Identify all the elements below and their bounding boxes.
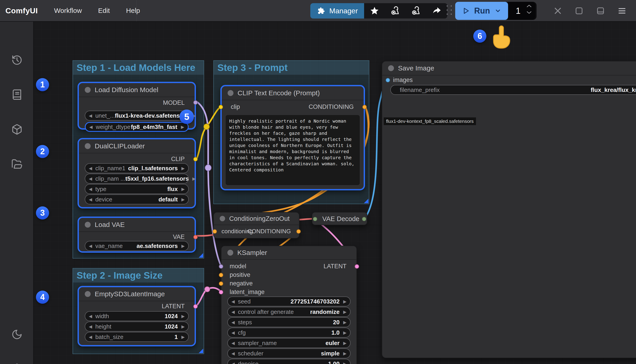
increment-arrow-icon[interactable]: ▶ bbox=[181, 186, 185, 192]
collapse-dot-icon[interactable] bbox=[85, 87, 91, 93]
decrement-arrow-icon[interactable]: ◀ bbox=[89, 166, 92, 171]
increment-arrow-icon[interactable]: ▶ bbox=[192, 176, 196, 181]
decrement-arrow-icon[interactable]: ◀ bbox=[231, 340, 235, 346]
node-load-diffusion-model[interactable]: Load Diffusion Model MODEL ◀ unet_... fl… bbox=[78, 82, 196, 130]
input-slot-negative[interactable] bbox=[219, 281, 223, 286]
output-slot-clip[interactable] bbox=[193, 157, 198, 162]
menu-edit[interactable]: Edit bbox=[98, 7, 110, 14]
widget-sampler-name[interactable]: ◀ sampler_name euler ▶ bbox=[227, 338, 351, 348]
increment-arrow-icon[interactable]: ▶ bbox=[181, 314, 185, 319]
node-ksampler[interactable]: KSampler model positive negative latent_… bbox=[221, 246, 357, 364]
increment-arrow-icon[interactable]: ▶ bbox=[343, 320, 347, 325]
sidebar-item-settings[interactable] bbox=[11, 363, 23, 364]
main-menu-button[interactable] bbox=[616, 6, 627, 16]
collapse-dot-icon[interactable] bbox=[220, 216, 225, 221]
widget-device[interactable]: ◀ device default ▶ bbox=[85, 194, 189, 204]
node-dual-clip-loader[interactable]: DualCLIPLoader CLIP ◀ clip_name1 clip_l.… bbox=[78, 138, 196, 208]
decrement-arrow-icon[interactable]: ◀ bbox=[231, 299, 235, 304]
widget-denoise[interactable]: ◀ denoise 1.00 ▶ bbox=[227, 359, 351, 364]
input-slot[interactable] bbox=[313, 217, 317, 221]
sidebar-item-node-library[interactable] bbox=[11, 89, 23, 100]
input-slot-latent-image[interactable] bbox=[219, 290, 223, 294]
widget-seed[interactable]: ◀ seed 277251746703202 ▶ bbox=[227, 296, 351, 306]
decrement-arrow-icon[interactable]: ◀ bbox=[89, 186, 92, 192]
widget-type[interactable]: ◀ type flux ▶ bbox=[85, 184, 189, 194]
decrement-arrow-icon[interactable]: ◀ bbox=[231, 361, 235, 364]
increment-arrow-icon[interactable]: ▶ bbox=[181, 166, 185, 171]
group-step2-header[interactable]: Step 2 - Image Size bbox=[73, 268, 204, 282]
decrement-arrow-icon[interactable]: ◀ bbox=[89, 324, 92, 329]
increment-arrow-icon[interactable]: ▶ bbox=[181, 124, 184, 130]
favorites-button[interactable] bbox=[364, 3, 385, 18]
decrement-arrow-icon[interactable]: ◀ bbox=[231, 309, 235, 314]
node-title-bar[interactable]: EmptySD3LatentImage bbox=[79, 287, 195, 301]
group-step1-header[interactable]: Step 1 - Load Models Here bbox=[73, 61, 204, 75]
collapse-dot-icon[interactable] bbox=[85, 222, 91, 228]
output-slot-latent[interactable] bbox=[193, 304, 198, 309]
node-clip-text-encode[interactable]: CLIP Text Encode (Prompt) clip CONDITION… bbox=[220, 85, 365, 190]
widget-scheduler[interactable]: ◀ scheduler simple ▶ bbox=[227, 348, 351, 358]
output-slot-conditioning[interactable] bbox=[296, 229, 301, 234]
focus-mode-button[interactable] bbox=[574, 6, 584, 16]
node-save-image[interactable]: Save Image images filename_prefix flux_k… bbox=[382, 61, 636, 358]
collapse-dot-icon[interactable] bbox=[227, 250, 233, 256]
output-slot[interactable] bbox=[362, 217, 366, 221]
node-vae-decode[interactable]: VAE Decode bbox=[312, 212, 367, 225]
chevron-up-icon[interactable] bbox=[526, 4, 532, 8]
widget-clip-name2[interactable]: ◀ clip_nam ... t5xxl_fp16.safetensors ▶ bbox=[85, 174, 189, 184]
input-slot-conditioning[interactable] bbox=[212, 229, 217, 234]
increment-arrow-icon[interactable]: ▶ bbox=[181, 334, 185, 340]
group-resize-handle[interactable] bbox=[364, 199, 368, 203]
output-slot-latent[interactable] bbox=[355, 264, 359, 269]
widget-unet-name[interactable]: ◀ unet_... flux1-krea-dev.safetensors ▶ bbox=[85, 111, 189, 120]
widget-width[interactable]: ◀ width 1024 ▶ bbox=[85, 311, 189, 321]
increment-arrow-icon[interactable]: ▶ bbox=[343, 309, 347, 314]
decrement-arrow-icon[interactable]: ◀ bbox=[89, 113, 92, 118]
decrement-arrow-icon[interactable]: ◀ bbox=[89, 197, 92, 202]
widget-clip-name1[interactable]: ◀ clip_name1 clip_l.safetensors ▶ bbox=[85, 163, 189, 173]
widget-weight-dtype[interactable]: ◀ weight_dtype fp8_e4m3fn_fast ▶ bbox=[85, 122, 189, 132]
widget-control-after-generate[interactable]: ◀ control after generate randomize ▶ bbox=[227, 307, 351, 317]
node-empty-sd3-latent-image[interactable]: EmptySD3LatentImage LATENT ◀ width 1024 … bbox=[78, 286, 196, 346]
input-slot-positive[interactable] bbox=[219, 273, 223, 277]
node-title-bar[interactable]: KSampler bbox=[221, 246, 357, 260]
node-title-bar[interactable]: Save Image bbox=[382, 62, 636, 76]
node-graph-canvas[interactable]: Step 1 - Load Models Here Step 2 - Image… bbox=[34, 22, 636, 364]
input-slot-clip[interactable] bbox=[219, 105, 223, 109]
menu-workflow[interactable]: Workflow bbox=[54, 7, 82, 14]
decrement-arrow-icon[interactable]: ◀ bbox=[89, 244, 92, 248]
node-title-bar[interactable]: ConditioningZeroOut bbox=[214, 212, 299, 225]
clean-run-button[interactable] bbox=[406, 3, 427, 18]
menu-help[interactable]: Help bbox=[126, 7, 140, 14]
increment-arrow-icon[interactable]: ▶ bbox=[181, 244, 185, 248]
widget-vae-name[interactable]: ◀ vae_name ae.safetensors ▶ bbox=[85, 241, 189, 251]
chevron-down-icon[interactable] bbox=[495, 8, 501, 14]
queue-count-stepper[interactable]: 1 bbox=[508, 2, 535, 20]
decrement-arrow-icon[interactable]: ◀ bbox=[231, 320, 235, 325]
collapse-dot-icon[interactable] bbox=[228, 90, 233, 96]
output-slot-conditioning[interactable] bbox=[362, 105, 367, 109]
increment-arrow-icon[interactable]: ▶ bbox=[343, 361, 347, 364]
group-step3-header[interactable]: Step 3 - Prompt bbox=[214, 61, 369, 75]
output-slot-vae[interactable] bbox=[193, 235, 198, 239]
node-load-vae[interactable]: Load VAE VAE ◀ vae_name ae.safetensors ▶ bbox=[78, 216, 196, 253]
sidebar-item-theme-toggle[interactable] bbox=[11, 329, 23, 340]
decrement-arrow-icon[interactable]: ◀ bbox=[89, 314, 92, 319]
bottom-panel-toggle-button[interactable] bbox=[595, 6, 606, 16]
decrement-arrow-icon[interactable]: ◀ bbox=[89, 124, 93, 130]
manager-button[interactable]: Manager bbox=[310, 3, 364, 18]
node-title-bar[interactable]: Load Diffusion Model bbox=[79, 83, 195, 97]
clear-workflow-button[interactable] bbox=[385, 3, 406, 18]
node-title-bar[interactable]: DualCLIPLoader bbox=[79, 139, 195, 153]
node-conditioning-zero-out[interactable]: ConditioningZeroOut conditioning CONDITI… bbox=[213, 212, 299, 238]
increment-arrow-icon[interactable]: ▶ bbox=[343, 299, 347, 304]
widget-cfg[interactable]: ◀ cfg 1.0 ▶ bbox=[227, 328, 351, 338]
increment-arrow-icon[interactable]: ▶ bbox=[343, 351, 347, 356]
node-title-bar[interactable]: CLIP Text Encode (Prompt) bbox=[222, 86, 364, 100]
output-slot-model[interactable] bbox=[193, 100, 198, 105]
collapse-dot-icon[interactable] bbox=[388, 65, 394, 71]
share-button[interactable] bbox=[427, 3, 447, 18]
widget-height[interactable]: ◀ height 1024 ▶ bbox=[85, 322, 189, 332]
run-button[interactable]: Run bbox=[455, 2, 508, 20]
decrement-arrow-icon[interactable]: ◀ bbox=[89, 334, 92, 340]
